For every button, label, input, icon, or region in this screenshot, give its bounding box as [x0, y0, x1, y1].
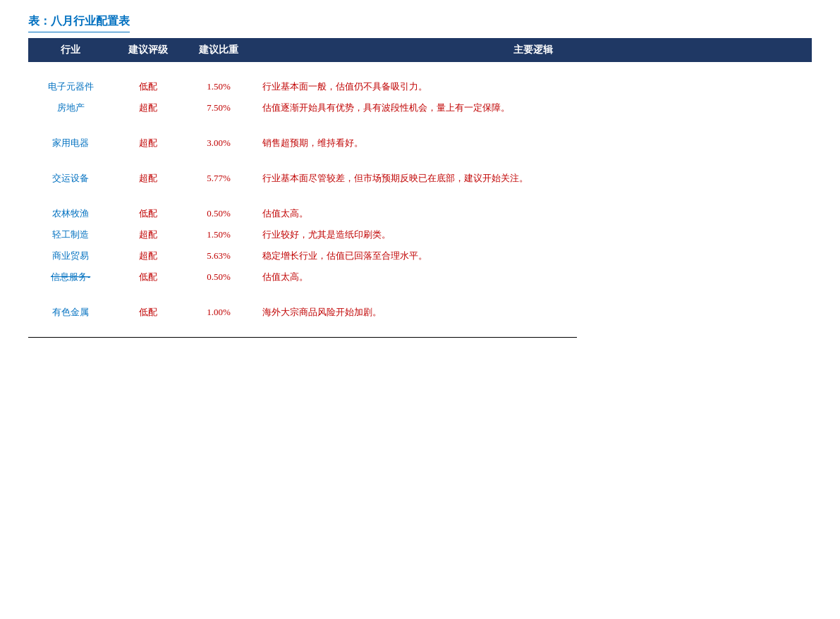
industry-cell: 商业贸易: [28, 245, 113, 266]
rating-cell: 低配: [113, 302, 183, 323]
reason-cell: 行业基本面尽管较差，但市场预期反映已在底部，建议开始关注。: [254, 168, 812, 189]
rating-cell: 超配: [113, 245, 183, 266]
weight-cell: 7.50%: [183, 97, 254, 118]
table-row: 商业贸易超配5.63%稳定增长行业，估值已回落至合理水平。: [28, 245, 812, 266]
header-reason: 主要逻辑: [254, 38, 812, 62]
rating-cell: 低配: [113, 266, 183, 288]
reason-cell: 行业较好，尤其是造纸印刷类。: [254, 224, 812, 245]
spacer-row: [28, 62, 812, 76]
reason-cell: 估值逐渐开始具有优势，具有波段性机会，量上有一定保障。: [254, 97, 812, 118]
table-row: 交运设备超配5.77%行业基本面尽管较差，但市场预期反映已在底部，建议开始关注。: [28, 168, 812, 189]
reason-cell: 行业基本面一般，估值仍不具备吸引力。: [254, 76, 812, 97]
page-title: 表：八月行业配置表: [28, 14, 130, 32]
rating-cell: 超配: [113, 97, 183, 118]
industry-cell: 农林牧渔: [28, 203, 113, 224]
reason-cell: 估值太高。: [254, 266, 812, 288]
bottom-divider: [28, 337, 577, 338]
reason-cell: 估值太高。: [254, 203, 812, 224]
weight-cell: 5.63%: [183, 245, 254, 266]
weight-cell: 1.50%: [183, 224, 254, 245]
header-rating: 建议评级: [113, 38, 183, 62]
industry-cell: 交运设备: [28, 168, 113, 189]
header-industry: 行业: [28, 38, 113, 62]
rating-cell: 超配: [113, 224, 183, 245]
industry-cell: 电子元器件: [28, 76, 113, 97]
weight-cell: 0.50%: [183, 203, 254, 224]
table-row: 家用电器超配3.00%销售超预期，维持看好。: [28, 133, 812, 154]
rating-cell: 低配: [113, 76, 183, 97]
spacer-row: [28, 288, 812, 302]
table-row: 电子元器件低配1.50%行业基本面一般，估值仍不具备吸引力。: [28, 76, 812, 97]
allocation-table: 行业 建议评级 建议比重 主要逻辑 电子元器件低配1.50%行业基本面一般，估值…: [28, 38, 812, 323]
reason-cell: 销售超预期，维持看好。: [254, 133, 812, 154]
industry-cell: 轻工制造: [28, 224, 113, 245]
spacer-row: [28, 154, 812, 168]
rating-cell: 超配: [113, 168, 183, 189]
spacer-row: [28, 189, 812, 203]
table-row: 房地产超配7.50%估值逐渐开始具有优势，具有波段性机会，量上有一定保障。: [28, 97, 812, 118]
industry-cell: 信息服务-: [28, 266, 113, 288]
table-row: 农林牧渔低配0.50%估值太高。: [28, 203, 812, 224]
weight-cell: 5.77%: [183, 168, 254, 189]
table-row: 轻工制造超配1.50%行业较好，尤其是造纸印刷类。: [28, 224, 812, 245]
industry-cell: 房地产: [28, 97, 113, 118]
reason-cell: 稳定增长行业，估值已回落至合理水平。: [254, 245, 812, 266]
rating-cell: 低配: [113, 203, 183, 224]
spacer-row: [28, 118, 812, 133]
industry-cell: 家用电器: [28, 133, 113, 154]
table-header-row: 行业 建议评级 建议比重 主要逻辑: [28, 38, 812, 62]
weight-cell: 3.00%: [183, 133, 254, 154]
weight-cell: 0.50%: [183, 266, 254, 288]
table-row: 有色金属低配1.00%海外大宗商品风险开始加剧。: [28, 302, 812, 323]
table-row: 信息服务-低配0.50%估值太高。: [28, 266, 812, 288]
reason-cell: 海外大宗商品风险开始加剧。: [254, 302, 812, 323]
weight-cell: 1.50%: [183, 76, 254, 97]
rating-cell: 超配: [113, 133, 183, 154]
industry-cell: 有色金属: [28, 302, 113, 323]
header-weight: 建议比重: [183, 38, 254, 62]
weight-cell: 1.00%: [183, 302, 254, 323]
